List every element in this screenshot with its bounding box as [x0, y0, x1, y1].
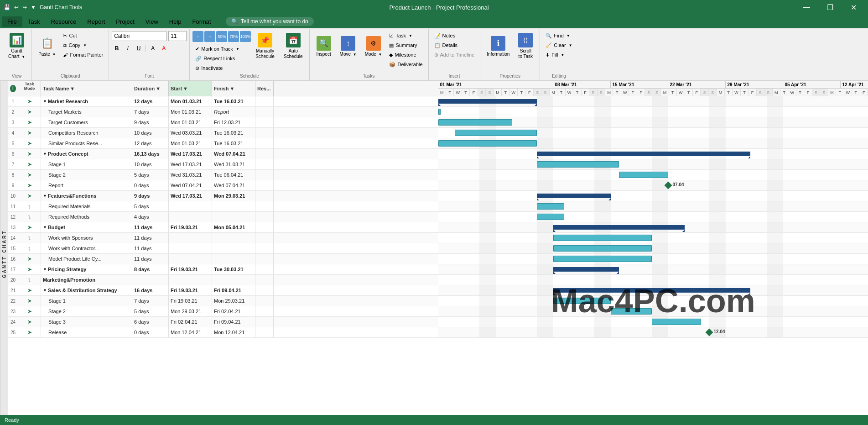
inspect-btn[interactable]: 🔍 Inspect [312, 31, 335, 61]
task-name-cell[interactable]: Stage 3 [41, 317, 132, 327]
italic-btn[interactable]: I [123, 44, 133, 53]
gantt-chart-btn[interactable]: 📊 GanttChart ▼ [5, 31, 29, 61]
move-btn[interactable]: ↕ Move ▼ [336, 31, 360, 61]
sched-btn-5[interactable]: 100% [240, 31, 251, 42]
manually-schedule-btn[interactable]: 📌 ManuallySchedule [252, 31, 278, 61]
task-name-cell[interactable]: Stage 2 [41, 306, 132, 316]
task-btn[interactable]: ☑ Task ▼ [386, 31, 425, 40]
table-row[interactable]: 11 ⤵ Required Materials 5 days [8, 201, 438, 212]
table-row[interactable]: 2 ➤ Target Markets 7 days Mon 01.03.21 R… [8, 107, 438, 117]
sched-btn-4[interactable]: 75% [228, 31, 239, 42]
notes-btn[interactable]: 📝 Notes [431, 31, 478, 40]
scroll-to-task-btn[interactable]: ⟨⟩ Scrollto Task [514, 31, 537, 61]
auto-schedule-btn[interactable]: 📅 AutoSchedule [280, 31, 307, 61]
task-name-cell[interactable]: Work with Sponsors [41, 233, 132, 243]
task-name-cell[interactable]: Target Customers [41, 117, 132, 127]
cut-btn[interactable]: ✂ Cut [60, 31, 106, 40]
task-name-cell[interactable]: Similar Products Rese... [41, 138, 132, 148]
table-row[interactable]: 3 ➤ Target Customers 9 days Mon 01.03.21… [8, 117, 438, 128]
inactivate-btn[interactable]: ⊘ Inactivate [192, 63, 251, 73]
copy-btn[interactable]: ⧉ Copy ▼ [60, 41, 106, 50]
th-resource[interactable]: Res... [255, 81, 274, 96]
underline-btn[interactable]: U [134, 44, 144, 53]
task-name-cell[interactable]: ▼Market Research [41, 96, 132, 106]
font-size-selector[interactable]: 11 [168, 31, 187, 41]
clear-btn[interactable]: 🧹 Clear ▼ [543, 41, 575, 50]
table-row[interactable]: 12 ⤵ Required Methods 4 days [8, 212, 438, 222]
table-row[interactable]: 5 ➤ Similar Products Rese... 12 days Mon… [8, 138, 438, 149]
font-name-selector[interactable]: Calibri [112, 31, 166, 41]
mark-on-track-btn[interactable]: ✔ Mark on Track ▼ [192, 44, 251, 53]
mode-btn[interactable]: ⚙ Mode ▼ [361, 31, 386, 61]
task-name-cell[interactable]: ▼Budget [41, 222, 132, 232]
sched-btn-1[interactable]: ← [192, 31, 203, 42]
menu-file[interactable]: File [2, 16, 22, 27]
deliverable-btn[interactable]: 📦 Deliverable [386, 60, 425, 69]
menu-resource[interactable]: Resource [46, 16, 82, 27]
task-name-cell[interactable]: Model Product Life Cy... [41, 254, 132, 264]
table-row[interactable]: 10 ➤ ▼Features&Functions 9 days Wed 17.0… [8, 191, 438, 201]
table-row[interactable]: 23 ➤ Stage 2 5 days Mon 29.03.21 Fri 02.… [8, 306, 438, 317]
menu-report[interactable]: Report [82, 16, 110, 27]
paste-btn[interactable]: 📋 Paste ▼ [35, 31, 59, 61]
menu-format[interactable]: Format [187, 16, 217, 27]
th-duration[interactable]: Duration ▼ [132, 81, 169, 96]
task-name-cell[interactable]: Marketing&Promotion [41, 275, 132, 285]
table-row[interactable]: 6 ➤ ▼Product Concept 16,13 days Wed 17.0… [8, 149, 438, 159]
task-name-cell[interactable]: Release [41, 327, 132, 337]
menu-view[interactable]: View [140, 16, 164, 27]
table-row[interactable]: 7 ➤ Stage 1 10 days Wed 17.03.21 Wed 31.… [8, 159, 438, 170]
restore-btn[interactable]: ❐ [820, 0, 841, 15]
th-task-name[interactable]: Task Name ▼ [41, 81, 132, 96]
summary-btn[interactable]: ▤ Summary [386, 41, 425, 50]
table-row[interactable]: 9 ➤ Report 0 days Wed 07.04.21 Wed 07.04… [8, 180, 438, 191]
task-name-cell[interactable]: ▼Sales & Distribution Strategy [41, 285, 132, 295]
respect-links-btn[interactable]: 🔗 Respect Links [192, 54, 251, 63]
table-row[interactable]: 14 ⤵ Work with Sponsors 11 days [8, 233, 438, 243]
task-name-cell[interactable]: Stage 1 [41, 296, 132, 306]
task-name-cell[interactable]: Required Methods [41, 212, 132, 222]
th-task-mode[interactable]: Task Mode [18, 81, 41, 96]
table-row[interactable]: 1 ➤ ▼Market Research 12 days Mon 01.03.2… [8, 96, 438, 107]
menu-help[interactable]: Help [164, 16, 187, 27]
add-to-timeline-btn[interactable]: ⊕ Add to Timeline [431, 50, 478, 59]
task-name-cell[interactable]: Stage 1 [41, 159, 132, 169]
highlight-btn[interactable]: A [148, 44, 158, 53]
menu-task[interactable]: Task [22, 16, 46, 27]
details-btn[interactable]: 📋 Details [431, 41, 478, 50]
font-color-btn[interactable]: A [159, 44, 169, 53]
table-row[interactable]: 22 ➤ Stage 1 7 days Fri 19.03.21 Mon 29.… [8, 296, 438, 306]
redo-btn[interactable]: ↪ [22, 4, 27, 10]
quick-access-more[interactable]: ▼ [31, 4, 36, 10]
close-btn[interactable]: ✕ [843, 0, 864, 15]
sched-btn-2[interactable]: → [204, 31, 215, 42]
table-row[interactable]: 13 ➤ ▼Budget 11 days Fri 19.03.21 Mon 05… [8, 222, 438, 233]
th-start[interactable]: Start ▼ [169, 81, 212, 96]
bold-btn[interactable]: B [112, 44, 122, 53]
task-name-cell[interactable]: ▼Features&Functions [41, 191, 132, 201]
table-row[interactable]: 4 ➤ Competitors Research 10 days Wed 03.… [8, 128, 438, 138]
table-row[interactable]: 25 ➤ Release 0 days Mon 12.04.21 Mon 12.… [8, 327, 438, 338]
information-btn[interactable]: ℹ Information [483, 31, 513, 61]
undo-btn[interactable]: ↩ [14, 4, 19, 10]
format-painter-btn[interactable]: 🖌 Format Painter [60, 50, 106, 59]
th-finish[interactable]: Finish ▼ [212, 81, 255, 96]
task-name-cell[interactable]: ▼Product Concept [41, 149, 132, 159]
task-name-cell[interactable]: Report [41, 180, 132, 190]
table-row[interactable]: 24 ➤ Stage 3 6 days Fri 02.04.21 Fri 09.… [8, 317, 438, 327]
task-name-cell[interactable]: Competitors Research [41, 128, 132, 138]
task-name-cell[interactable]: Work with Contractor... [41, 243, 132, 253]
table-row[interactable]: 15 ⤵ Work with Contractor... 11 days [8, 243, 438, 254]
table-row[interactable]: 20 ⤵ Marketing&Promotion [8, 275, 438, 285]
table-row[interactable]: 17 ➤ ▼Pricing Strategy 8 days Fri 19.03.… [8, 264, 438, 275]
minimize-btn[interactable]: — [796, 0, 817, 15]
task-name-cell[interactable]: ▼Pricing Strategy [41, 264, 132, 274]
task-name-cell[interactable]: Required Materials [41, 201, 132, 211]
table-row[interactable]: 16 ➤ Model Product Life Cy... 11 days [8, 254, 438, 264]
task-name-cell[interactable]: Stage 2 [41, 170, 132, 180]
tell-me-box[interactable]: 🔍 Tell me what you want to do [226, 17, 314, 26]
fill-btn[interactable]: ⬇ Fill ▼ [543, 50, 575, 59]
sched-btn-3[interactable]: 50% [216, 31, 227, 42]
menu-project[interactable]: Project [110, 16, 140, 27]
milestone-btn[interactable]: ◆ Milestone [386, 50, 425, 59]
